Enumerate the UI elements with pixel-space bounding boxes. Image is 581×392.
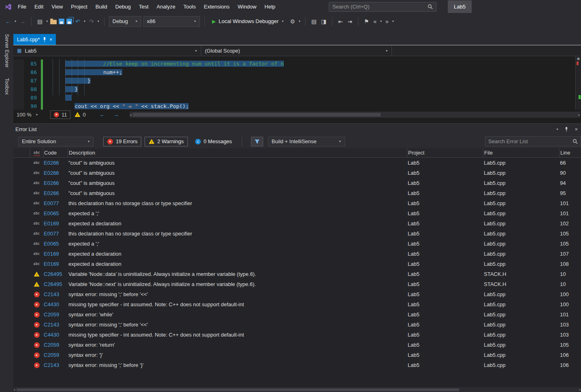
save-icon[interactable]: [59, 19, 64, 24]
indent-icon[interactable]: ⇥: [346, 18, 353, 25]
menu-item-analyze[interactable]: Analyze: [153, 0, 179, 13]
error-code-link[interactable]: C2059: [43, 352, 68, 358]
scope-dropdown[interactable]: (Global Scope) ▾: [201, 45, 392, 56]
error-code-link[interactable]: E0077: [43, 231, 68, 237]
error-code-link[interactable]: C26495: [43, 271, 68, 277]
error-row[interactable]: × ! abc E0266 "cout" is ambiguous Lab5 L…: [13, 168, 581, 178]
error-list-header[interactable]: Error List ▾ ×: [13, 124, 581, 135]
scrollbar-thumb[interactable]: [133, 113, 381, 117]
error-code-link[interactable]: E0169: [43, 261, 68, 267]
solution-platform-dropdown[interactable]: x86 ▾: [143, 16, 200, 27]
error-row[interactable]: × ! abc C2143 syntax error: missing ';' …: [13, 360, 581, 370]
error-row[interactable]: × ! abc E0169 expected a declaration Lab…: [13, 259, 581, 269]
error-code-link[interactable]: E0266: [43, 190, 68, 196]
new-item-icon[interactable]: ▤: [310, 18, 318, 25]
error-row[interactable]: × ! abc E0065 expected a ';' Lab5 Lab5.c…: [13, 208, 581, 218]
glyph-margin[interactable]: [13, 68, 24, 76]
error-code-link[interactable]: C26495: [43, 281, 68, 287]
error-row[interactable]: × ! abc C26495 Variable 'Node::data' is …: [13, 269, 581, 279]
editor-vertical-scrollbar[interactable]: ≡: [575, 56, 581, 110]
previous-issue-icon[interactable]: ←: [100, 111, 105, 118]
window-menu-icon[interactable]: ▾: [556, 127, 558, 131]
menu-item-extensions[interactable]: Extensions: [200, 0, 234, 13]
menu-item-debug[interactable]: Debug: [111, 0, 135, 13]
navigate-forward-icon[interactable]: →: [19, 18, 27, 25]
scrollbar-thumb[interactable]: [17, 388, 460, 391]
scroll-left-icon[interactable]: ◂: [130, 112, 132, 117]
undo-caret-icon[interactable]: ▾: [83, 19, 86, 23]
error-row[interactable]: × ! abc E0169 expected a declaration Lab…: [13, 249, 581, 259]
panel-splitter[interactable]: [13, 119, 581, 123]
column-header-severity[interactable]: abc: [30, 148, 43, 157]
quick-actions-icon[interactable]: ⚙: [289, 18, 296, 25]
preview-icon[interactable]: ◨: [320, 18, 328, 25]
code-editor[interactable]: 85 //Else keep on incrementing num until…: [13, 56, 581, 110]
code-line[interactable]: 87 }: [13, 76, 581, 85]
close-icon[interactable]: ×: [49, 37, 52, 42]
search-input[interactable]: [332, 4, 425, 10]
error-list-horizontal-scrollbar[interactable]: ◂ ▸: [13, 387, 581, 392]
quick-actions-caret-icon[interactable]: ▾: [298, 19, 301, 23]
error-row[interactable]: × ! abc C2059 syntax error: 'while' Lab5…: [13, 309, 581, 320]
editor-horizontal-scrollbar[interactable]: ◂ ▸: [130, 112, 580, 118]
filter-button[interactable]: [251, 137, 263, 146]
menu-item-file[interactable]: File: [14, 0, 30, 13]
error-row[interactable]: × ! abc E0266 "cout" is ambiguous Lab5 L…: [13, 188, 581, 198]
error-list-search[interactable]: [485, 136, 581, 146]
file-health-errors[interactable]: × 11: [50, 110, 71, 119]
column-header-description[interactable]: Description: [68, 148, 407, 157]
error-row[interactable]: × ! abc E0169 expected a declaration Lab…: [13, 218, 581, 229]
error-row[interactable]: × ! abc E0065 expected a ';' Lab5 Lab5.c…: [13, 239, 581, 249]
outdent-icon[interactable]: ⇤: [337, 18, 344, 25]
error-row[interactable]: × ! abc C26495 Variable 'Node::next' is …: [13, 279, 581, 289]
messages-filter-button[interactable]: i 0 Messages: [191, 137, 236, 146]
code-line[interactable]: 88 }: [13, 85, 581, 93]
error-row[interactable]: × ! abc C2143 syntax error: missing ';' …: [13, 289, 581, 299]
menu-item-test[interactable]: Test: [135, 0, 153, 13]
previous-bookmark-caret-icon[interactable]: ▾: [380, 19, 382, 23]
error-row[interactable]: × ! abc C2059 syntax error: '}' Lab5 Lab…: [13, 350, 581, 360]
error-row[interactable]: × ! abc C4430 missing type specifier - i…: [13, 299, 581, 309]
error-code-link[interactable]: E0169: [43, 220, 68, 227]
error-row[interactable]: × ! abc C2059 syntax error: 'return' Lab…: [13, 340, 581, 350]
error-row[interactable]: × ! abc E0077 this declaration has no st…: [13, 198, 581, 208]
error-code-link[interactable]: E0266: [43, 160, 68, 166]
menu-item-edit[interactable]: Edit: [30, 0, 47, 13]
code-line[interactable]: 86 num++;: [13, 68, 581, 76]
close-icon[interactable]: ×: [575, 126, 578, 132]
menu-item-help[interactable]: Help: [260, 0, 279, 13]
new-project-icon[interactable]: ▤: [36, 18, 44, 25]
error-code-link[interactable]: C2059: [43, 311, 68, 318]
scroll-left-icon[interactable]: ◂: [13, 388, 15, 392]
title-bar-project-badge[interactable]: Lab5: [448, 0, 472, 13]
warnings-filter-button[interactable]: ! 2 Warnings: [145, 137, 187, 146]
glyph-margin[interactable]: [13, 102, 24, 110]
menu-item-project[interactable]: Project: [67, 0, 91, 13]
column-header-file[interactable]: File: [483, 148, 559, 157]
scope-filter-dropdown[interactable]: Entire Solution ▾: [18, 137, 94, 146]
scroll-right-icon[interactable]: ▸: [578, 112, 580, 117]
next-issue-icon[interactable]: →: [113, 111, 119, 118]
source-filter-dropdown[interactable]: Build + IntelliSense ▾: [268, 137, 345, 146]
error-code-link[interactable]: E0266: [43, 180, 68, 186]
quick-launch-search[interactable]: [329, 2, 436, 12]
error-code-link[interactable]: C4430: [43, 332, 68, 338]
previous-bookmark-icon[interactable]: «: [372, 18, 378, 25]
pin-icon[interactable]: [564, 127, 568, 132]
glyph-margin[interactable]: [13, 85, 24, 93]
tab-lab5cpp[interactable]: Lab5.cpp* ×: [13, 34, 56, 45]
error-row[interactable]: × ! abc E0266 "cout" is ambiguous Lab5 L…: [13, 158, 581, 168]
server-explorer-tab[interactable]: Server Explorer: [4, 34, 10, 68]
navigate-back-icon[interactable]: ←: [4, 18, 12, 25]
column-header-code[interactable]: Code: [43, 148, 68, 157]
error-row[interactable]: × ! abc E0077 this declaration has no st…: [13, 229, 581, 239]
errors-filter-button[interactable]: × 19 Errors: [103, 137, 141, 146]
glyph-margin[interactable]: [13, 93, 24, 102]
error-code-link[interactable]: C2143: [43, 322, 68, 328]
pin-icon[interactable]: [43, 37, 47, 42]
column-header-line[interactable]: Line: [559, 148, 581, 157]
redo-icon[interactable]: ↷: [88, 18, 95, 25]
error-code-link[interactable]: E0065: [43, 241, 68, 247]
code-line[interactable]: 89: [13, 93, 581, 102]
next-bookmark-caret-icon[interactable]: ▾: [392, 19, 394, 23]
